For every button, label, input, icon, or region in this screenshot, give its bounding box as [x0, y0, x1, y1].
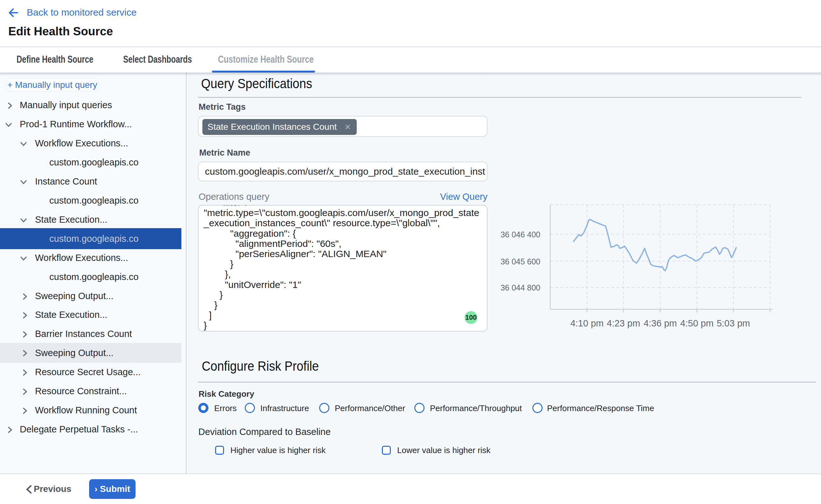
svg-text:4:10 pm: 4:10 pm — [570, 318, 604, 328]
svg-text:36 045 600: 36 045 600 — [501, 257, 540, 266]
svg-text:4:36 pm: 4:36 pm — [643, 318, 677, 328]
svg-text:36 046 400: 36 046 400 — [501, 230, 540, 239]
svg-text:5:03 pm: 5:03 pm — [717, 318, 750, 328]
svg-text:4:23 pm: 4:23 pm — [607, 318, 640, 328]
svg-text:4:50 pm: 4:50 pm — [680, 318, 714, 328]
svg-text:36 044 800: 36 044 800 — [501, 283, 540, 292]
